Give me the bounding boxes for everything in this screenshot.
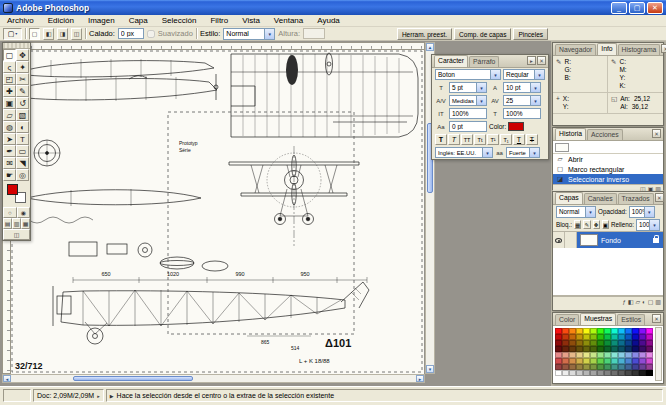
fullscreen-button[interactable]: ▦	[21, 218, 30, 229]
quick-mask-mode-button[interactable]: ◉	[17, 207, 31, 218]
tab-color[interactable]: Color	[555, 314, 579, 325]
delete-layer-button[interactable]: ▥	[655, 298, 661, 306]
tool-preset-picker[interactable]: ▢ ▾	[3, 28, 22, 40]
brushes-well-button[interactable]: Pinceles	[513, 28, 548, 40]
layer-comps-well-button[interactable]: Comp. de capas	[454, 28, 511, 40]
add-to-selection-button[interactable]: ◧	[43, 28, 54, 40]
panel-close-button[interactable]: ✕	[652, 129, 661, 138]
horizontal-scroll-thumb[interactable]	[73, 376, 193, 381]
tab-historia[interactable]: Historia	[555, 128, 586, 140]
menu-imagen[interactable]: Imagen	[81, 15, 122, 27]
eraser-tool[interactable]: ▱	[3, 109, 16, 121]
scroll-right-icon[interactable]: ▸	[416, 375, 424, 382]
slice-tool[interactable]: ✂	[16, 73, 29, 85]
language-select[interactable]: Inglés: EE.UU. ▾	[435, 147, 493, 158]
color-swatch[interactable]	[583, 370, 590, 376]
lock-pixels-button[interactable]: ✎	[583, 220, 590, 229]
panel-close-button[interactable]: ✕	[537, 56, 546, 65]
horizontal-scrollbar[interactable]: ◂ ▸	[2, 374, 425, 383]
feather-input[interactable]	[118, 28, 144, 39]
color-swatch[interactable]	[625, 370, 632, 376]
menu-seleccion[interactable]: Selección	[155, 15, 204, 27]
tab-caracter[interactable]: Carácter	[434, 55, 468, 67]
panel-menu-button[interactable]: ▸	[527, 56, 536, 65]
faux-italic-button[interactable]: T	[448, 134, 460, 145]
menu-edicion[interactable]: Edición	[41, 15, 81, 27]
restore-button[interactable]: ▢	[629, 2, 645, 14]
history-item-marcorectangular[interactable]: ▢Marco rectangular	[553, 164, 663, 174]
status-menu-icon[interactable]: ▸	[97, 393, 100, 399]
all-caps-button[interactable]: TT	[461, 134, 473, 145]
clone-stamp-tool[interactable]: ▣	[3, 97, 16, 109]
tab-trazados[interactable]: Trazados	[618, 193, 654, 204]
tab-estilos[interactable]: Estilos	[617, 314, 645, 325]
fill-input[interactable]: 100% ▾	[636, 219, 660, 231]
menu-archivo[interactable]: Archivo	[0, 15, 41, 27]
blur-tool[interactable]: ◍	[3, 121, 16, 133]
vertical-scale-input[interactable]: 100%	[449, 108, 487, 119]
subtract-from-selection-button[interactable]: ◨	[57, 28, 68, 40]
lock-all-button[interactable]: ▣	[602, 220, 609, 229]
kerning-select[interactable]: Medidas ▾	[449, 95, 487, 106]
color-swatch[interactable]	[604, 370, 611, 376]
standard-mode-button[interactable]: ○	[3, 207, 17, 218]
notes-tool[interactable]: ✉	[3, 157, 16, 169]
color-swatch[interactable]	[618, 370, 625, 376]
menu-filtro[interactable]: Filtro	[203, 15, 235, 27]
antialias-select[interactable]: Fuerte ▾	[506, 147, 540, 158]
crop-tool[interactable]: ◰	[3, 73, 16, 85]
layer-mask-button[interactable]: ◧	[628, 298, 634, 306]
minimize-button[interactable]: _	[611, 2, 627, 14]
scroll-left-icon[interactable]: ◂	[3, 375, 11, 382]
char-color-swatch[interactable]	[508, 122, 524, 131]
close-button[interactable]: ✕	[647, 2, 663, 14]
link-gutter[interactable]	[565, 232, 577, 248]
pen-tool[interactable]: ✒	[3, 145, 16, 157]
foreground-color-swatch[interactable]	[7, 184, 18, 195]
snapshot-row[interactable]	[553, 141, 663, 154]
dodge-tool[interactable]: ◐	[16, 121, 29, 133]
subscript-button[interactable]: T₁	[500, 134, 512, 145]
tool-presets-well-button[interactable]: Herram. preest.	[397, 28, 452, 40]
history-brush-tool[interactable]: ↺	[16, 97, 29, 109]
panel-close-button[interactable]: ✕	[655, 193, 664, 202]
move-tool[interactable]: ✥	[16, 49, 29, 61]
shape-tool[interactable]: ▭	[16, 145, 29, 157]
menu-capa[interactable]: Capa	[122, 15, 155, 27]
color-swatch[interactable]	[639, 370, 646, 376]
brush-tool[interactable]: ✎	[16, 85, 29, 97]
tab-muestras[interactable]: Muestras	[580, 313, 616, 325]
color-swatch[interactable]	[590, 370, 597, 376]
font-family-select[interactable]: Boton ▾	[435, 69, 501, 80]
layer-set-button[interactable]: ▱	[635, 298, 640, 306]
magic-wand-tool[interactable]: ✦	[16, 61, 29, 73]
layer-style-button[interactable]: ƒ	[622, 298, 625, 306]
gradient-tool[interactable]: ▧	[16, 109, 29, 121]
lasso-tool[interactable]: ς	[3, 61, 16, 73]
layer-row-fondo[interactable]: Fondo	[553, 232, 663, 248]
horizontal-scale-input[interactable]: 100%	[503, 108, 541, 119]
strikethrough-button[interactable]: T	[526, 134, 538, 145]
history-item-abrir[interactable]: ▱Abrir	[553, 154, 663, 164]
tracking-select[interactable]: 25 ▾	[503, 95, 541, 106]
tab-info[interactable]: Info	[597, 43, 616, 55]
path-selection-tool[interactable]: ➤	[3, 133, 16, 145]
underline-button[interactable]: T	[513, 134, 525, 145]
panel-close-button[interactable]: ✕	[661, 44, 666, 53]
color-swatch[interactable]	[562, 370, 569, 376]
opacity-input[interactable]: 100% ▾	[629, 206, 655, 218]
menu-vista[interactable]: Vista	[235, 15, 267, 27]
tab-navegador[interactable]: Navegador	[555, 44, 596, 55]
rectangular-marquee-tool[interactable]: ▢	[3, 49, 16, 61]
color-swatch[interactable]	[632, 370, 639, 376]
new-layer-button[interactable]: ▢	[648, 298, 654, 306]
fullscreen-menu-button[interactable]: ▥	[12, 218, 21, 229]
antialias-checkbox[interactable]	[147, 30, 155, 38]
scroll-down-icon[interactable]: ▾	[426, 365, 434, 373]
superscript-button[interactable]: T¹	[487, 134, 499, 145]
font-size-select[interactable]: 5 pt ▾	[449, 82, 487, 93]
blend-mode-select[interactable]: Normal ▾	[556, 206, 596, 218]
document-canvas[interactable]: 650 1020 990 950 865 514 Prototyp Série …	[11, 50, 424, 374]
tab-capas[interactable]: Capas	[555, 192, 583, 204]
leading-select[interactable]: 10 pt ▾	[503, 82, 541, 93]
